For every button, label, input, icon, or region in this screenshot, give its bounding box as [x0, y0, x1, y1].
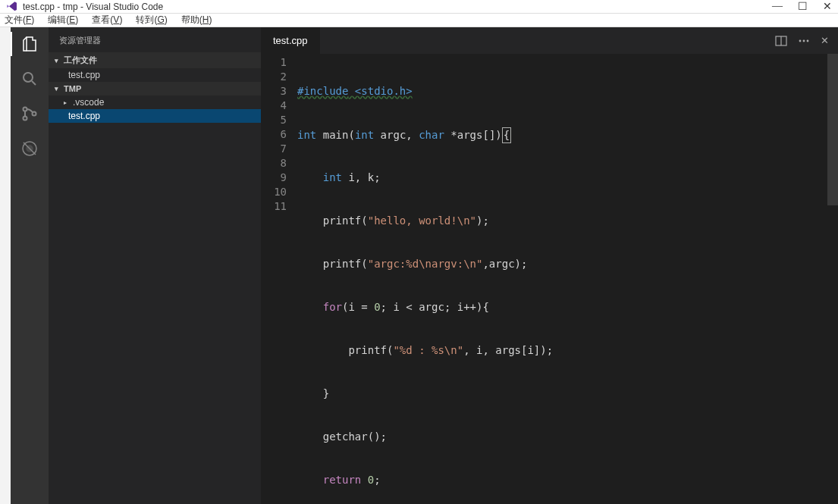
folder-vscode[interactable]: ▸.vscode	[49, 95, 261, 109]
workbench: 资源管理器 ▾工作文件 test.cpp ▾TMP ▸.vscode test.…	[11, 27, 838, 504]
external-strip	[0, 27, 11, 504]
close-all-icon[interactable]: ✕	[821, 35, 829, 46]
svg-point-1	[24, 108, 27, 111]
menu-view[interactable]: 查看(V)	[92, 14, 122, 27]
svg-point-7	[799, 39, 802, 42]
folder-header[interactable]: ▾TMP	[49, 82, 261, 95]
open-editor-item[interactable]: test.cpp	[49, 68, 261, 82]
search-icon[interactable]	[19, 68, 40, 89]
menu-goto[interactable]: 转到(G)	[136, 14, 167, 27]
minimize-button[interactable]: ―	[772, 0, 783, 13]
split-editor-icon[interactable]	[775, 35, 787, 47]
svg-point-5	[27, 146, 33, 152]
tabbar: test.cpp ✕	[261, 27, 838, 54]
file-testcpp[interactable]: test.cpp	[49, 109, 261, 123]
sidebar: 资源管理器 ▾工作文件 test.cpp ▾TMP ▸.vscode test.…	[49, 27, 261, 504]
explorer-title: 资源管理器	[49, 27, 261, 52]
scm-icon[interactable]	[19, 103, 40, 124]
folder-name: TMP	[64, 84, 81, 93]
svg-point-9	[807, 39, 809, 42]
open-editors-label: 工作文件	[64, 55, 97, 66]
svg-point-2	[24, 117, 27, 121]
menu-file[interactable]: 文件(F)	[5, 14, 34, 27]
code-editor[interactable]: 123 456 789 1011 #include <stdio.h> int …	[261, 54, 838, 504]
code-content[interactable]: #include <stdio.h> int main(int argc, ch…	[297, 55, 838, 504]
svg-point-0	[24, 73, 33, 82]
titlebar: test.cpp - tmp - Visual Studio Code ― ☐ …	[0, 0, 838, 14]
svg-point-3	[33, 112, 36, 116]
minimap-slider[interactable]	[827, 54, 838, 205]
tab-testcpp[interactable]: test.cpp	[261, 27, 320, 54]
menubar: 文件(F) 编辑(E) 查看(V) 转到(G) 帮助(H)	[0, 14, 838, 27]
menu-help[interactable]: 帮助(H)	[181, 14, 212, 27]
close-button[interactable]: ✕	[823, 0, 832, 13]
vscode-icon	[6, 1, 18, 13]
activitybar	[11, 27, 49, 504]
window-title: test.cpp - tmp - Visual Studio Code	[23, 2, 772, 12]
line-gutter: 123 456 789 1011	[261, 55, 297, 504]
menu-edit[interactable]: 编辑(E)	[48, 14, 78, 27]
svg-point-8	[803, 39, 805, 42]
maximize-button[interactable]: ☐	[798, 0, 808, 13]
debug-icon[interactable]	[19, 138, 40, 159]
editor-group: test.cpp ✕ 123 456 789 1011 #include <st…	[261, 27, 838, 504]
more-icon[interactable]	[798, 35, 810, 47]
explorer-icon[interactable]	[19, 33, 40, 55]
open-editors-header[interactable]: ▾工作文件	[49, 52, 261, 68]
